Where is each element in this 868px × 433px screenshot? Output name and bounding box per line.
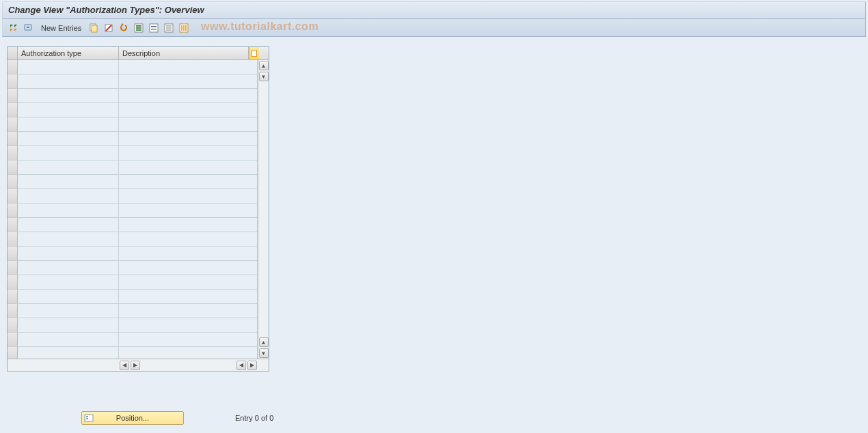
cell-auth-type[interactable] <box>18 218 119 232</box>
cell-auth-type[interactable] <box>18 89 119 103</box>
scroll-left-icon[interactable]: ◀ <box>120 361 129 370</box>
vertical-scrollbar[interactable]: ▲ ▼ ▲ ▼ <box>258 60 269 359</box>
cell-description[interactable] <box>119 318 258 333</box>
cell-description[interactable] <box>119 232 258 247</box>
cell-auth-type[interactable] <box>18 204 119 218</box>
svg-rect-20 <box>185 25 187 31</box>
column-header-auth-type[interactable]: Authorization type <box>18 47 119 59</box>
cell-auth-type[interactable] <box>18 304 119 318</box>
svg-rect-8 <box>136 27 141 29</box>
table-row <box>8 347 258 359</box>
row-selector[interactable] <box>8 275 18 290</box>
cell-description[interactable] <box>119 74 258 89</box>
row-selector[interactable] <box>8 261 18 275</box>
cell-auth-type[interactable] <box>18 60 119 74</box>
cell-auth-type[interactable] <box>18 347 119 359</box>
row-selector[interactable] <box>8 60 18 74</box>
cell-auth-type[interactable] <box>18 232 119 247</box>
scroll-down2-icon[interactable]: ▼ <box>259 348 269 358</box>
row-selector[interactable] <box>8 89 18 103</box>
cell-description[interactable] <box>119 218 258 232</box>
row-selector[interactable] <box>8 318 18 333</box>
row-selector[interactable] <box>8 175 18 189</box>
horizontal-scrollbar[interactable]: ◀ ▶ ◀ ▶ <box>8 359 269 371</box>
cell-description[interactable] <box>119 89 258 103</box>
scroll-down-icon[interactable]: ▼ <box>259 72 269 81</box>
cell-description[interactable] <box>119 117 258 132</box>
table-row <box>8 333 258 347</box>
scroll-up2-icon[interactable]: ▲ <box>259 337 269 347</box>
cell-auth-type[interactable] <box>18 103 119 117</box>
copy-as-icon[interactable] <box>87 21 100 35</box>
table-row <box>8 275 258 290</box>
table-row <box>8 218 258 232</box>
delete-icon[interactable] <box>102 21 116 35</box>
cell-description[interactable] <box>119 333 258 347</box>
row-selector[interactable] <box>8 347 18 359</box>
row-selector[interactable] <box>8 304 18 318</box>
cell-auth-type[interactable] <box>18 275 119 290</box>
horizontal-scroll-track[interactable] <box>141 359 236 371</box>
cell-auth-type[interactable] <box>18 175 119 189</box>
cell-auth-type[interactable] <box>18 117 119 132</box>
page-title: Change View "Authorization Types": Overv… <box>2 1 866 19</box>
scroll-left2-icon[interactable]: ◀ <box>236 361 246 370</box>
cell-description[interactable] <box>119 60 258 74</box>
table-row <box>8 132 258 146</box>
cell-auth-type[interactable] <box>18 74 119 89</box>
cell-description[interactable] <box>119 261 258 275</box>
table-row <box>8 290 258 304</box>
row-selector[interactable] <box>8 290 18 304</box>
cell-description[interactable] <box>119 204 258 218</box>
deselect-all-icon[interactable] <box>162 21 176 35</box>
cell-description[interactable] <box>119 146 258 160</box>
row-selector[interactable] <box>8 146 18 160</box>
cell-description[interactable] <box>119 304 258 318</box>
cell-auth-type[interactable] <box>18 189 119 204</box>
row-selector[interactable] <box>8 103 18 117</box>
cell-description[interactable] <box>119 132 258 146</box>
row-selector[interactable] <box>8 74 18 89</box>
cell-auth-type[interactable] <box>18 290 119 304</box>
row-selector[interactable] <box>8 117 18 132</box>
row-select-all[interactable] <box>8 47 18 59</box>
cell-description[interactable] <box>119 175 258 189</box>
cell-description[interactable] <box>119 103 258 117</box>
authorization-types-table: Authorization type Description ▲ ▼ ▲ ▼ ◀… <box>7 46 269 372</box>
row-selector[interactable] <box>8 160 18 175</box>
undo-change-icon[interactable] <box>117 21 131 35</box>
configuration-icon[interactable] <box>177 21 191 35</box>
new-entries-button[interactable]: New Entries <box>37 24 85 32</box>
cell-auth-type[interactable] <box>18 146 119 160</box>
scroll-right2-icon[interactable]: ▶ <box>247 361 257 370</box>
row-selector[interactable] <box>8 333 18 347</box>
cell-description[interactable] <box>119 160 258 175</box>
display-change-toggle-icon[interactable] <box>7 21 21 35</box>
position-button[interactable]: Position... <box>81 411 184 425</box>
row-selector[interactable] <box>8 189 18 204</box>
scroll-up-icon[interactable]: ▲ <box>259 61 269 70</box>
table-configuration-icon[interactable] <box>249 47 259 59</box>
column-header-description[interactable]: Description <box>119 47 249 59</box>
cell-description[interactable] <box>119 347 258 359</box>
cell-auth-type[interactable] <box>18 132 119 146</box>
select-all-icon[interactable] <box>132 21 146 35</box>
select-block-icon[interactable] <box>147 21 161 35</box>
cell-auth-type[interactable] <box>18 318 119 333</box>
row-selector[interactable] <box>8 132 18 146</box>
row-selector[interactable] <box>8 247 18 261</box>
cell-description[interactable] <box>119 290 258 304</box>
cell-auth-type[interactable] <box>18 333 119 347</box>
cell-description[interactable] <box>119 189 258 204</box>
scroll-right-icon[interactable]: ▶ <box>131 361 140 370</box>
find-icon[interactable] <box>22 21 36 35</box>
cell-auth-type[interactable] <box>18 247 119 261</box>
position-icon <box>84 413 94 423</box>
cell-auth-type[interactable] <box>18 160 119 175</box>
row-selector[interactable] <box>8 218 18 232</box>
cell-auth-type[interactable] <box>18 261 119 275</box>
row-selector[interactable] <box>8 204 18 218</box>
cell-description[interactable] <box>119 247 258 261</box>
row-selector[interactable] <box>8 232 18 247</box>
cell-description[interactable] <box>119 275 258 290</box>
